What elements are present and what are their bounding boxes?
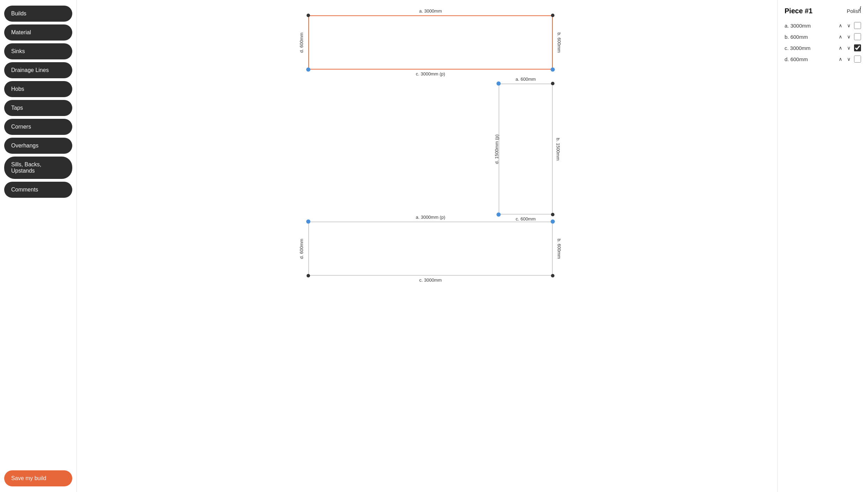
dim-label-d-bottom-piece: d. 600mm xyxy=(299,239,304,259)
corner-dot-bl xyxy=(496,212,501,217)
dimension-row-dim-c: c. 3000mm∧∨ xyxy=(785,44,861,51)
panel-header: Piece #1 Polish xyxy=(785,7,861,15)
piece-box-top-piece xyxy=(308,15,553,70)
info-icon: i xyxy=(860,6,861,12)
sidebar-item-material[interactable]: Material xyxy=(4,24,72,41)
sidebar-item-sinks[interactable]: Sinks xyxy=(4,43,72,59)
corner-dot-tl xyxy=(307,14,310,17)
polish-checkbox-dim-a[interactable] xyxy=(854,22,861,29)
dim-name-dim-c: c. 3000mm xyxy=(785,45,835,51)
sidebar-item-builds[interactable]: Builds xyxy=(4,6,72,22)
dim-name-dim-b: b. 600mm xyxy=(785,34,835,40)
save-my-build-button[interactable]: Save my build xyxy=(4,470,72,486)
dim-label-d-top-piece: d. 600mm xyxy=(299,32,304,53)
dim-label-d-middle-piece: d. 1500mm (p) xyxy=(494,134,499,164)
dimensions-list: a. 3000mm∧∨b. 600mm∧∨c. 3000mm∧∨d. 600mm… xyxy=(785,22,861,63)
corner-dot-br xyxy=(551,67,555,72)
sidebar-item-hobs[interactable]: Hobs xyxy=(4,81,72,97)
dim-label-a-middle-piece: a. 600mm xyxy=(516,77,536,82)
dim-down-dim-b[interactable]: ∨ xyxy=(846,33,852,40)
sidebar-item-sills-backs-upstands[interactable]: Sills, Backs, Upstands xyxy=(4,157,72,179)
piece-diagram-bottom-piece: a. 3000mm (p)c. 3000mmb. 600mmd. 600mm xyxy=(308,222,553,276)
dim-up-dim-c[interactable]: ∧ xyxy=(837,44,844,51)
corner-dot-bl xyxy=(306,67,310,72)
dim-label-b-bottom-piece: b. 600mm xyxy=(557,239,562,259)
dim-label-b-top-piece: b. 600mm xyxy=(557,32,562,53)
sidebar: BuildsMaterialSinksDrainage LinesHobsTap… xyxy=(0,0,77,492)
corner-dot-br xyxy=(551,213,554,216)
dim-label-c-middle-piece: c. 600mm xyxy=(516,216,536,222)
dim-up-dim-b[interactable]: ∧ xyxy=(837,33,844,40)
dim-up-dim-a[interactable]: ∧ xyxy=(837,22,844,29)
corner-dot-tr xyxy=(551,14,554,17)
piece-diagram-top-piece: a. 3000mmc. 3000mm (p)b. 600mmd. 600mm xyxy=(308,15,553,70)
dim-label-b-middle-piece: b. 1500mm xyxy=(556,138,561,160)
dim-down-dim-c[interactable]: ∨ xyxy=(846,44,852,51)
polish-label: Polish xyxy=(847,8,861,14)
dimension-row-dim-d: d. 600mm∧∨ xyxy=(785,56,861,63)
polish-checkbox-dim-d[interactable] xyxy=(854,56,861,63)
piece-diagram-middle-piece: a. 600mmc. 600mmb. 1500mmd. 1500mm (p) xyxy=(499,84,553,215)
corner-dot-tr xyxy=(551,219,555,224)
corner-dot-bl xyxy=(307,274,310,277)
corner-dot-tl xyxy=(496,81,501,86)
canvas-area: a. 3000mmc. 3000mm (p)b. 600mmd. 600mma.… xyxy=(77,0,777,492)
sidebar-item-drainage-lines[interactable]: Drainage Lines xyxy=(4,62,72,78)
dim-up-dim-d[interactable]: ∧ xyxy=(837,56,844,63)
polish-checkbox-dim-c[interactable] xyxy=(854,44,861,51)
dim-label-a-top-piece: a. 3000mm xyxy=(419,8,442,14)
polish-checkbox-dim-b[interactable] xyxy=(854,33,861,40)
sidebar-item-overhangs[interactable]: Overhangs xyxy=(4,138,72,154)
corner-dot-br xyxy=(551,274,554,277)
dim-label-a-bottom-piece: a. 3000mm (p) xyxy=(416,215,446,220)
piece-box-bottom-piece xyxy=(308,222,553,276)
dimension-row-dim-b: b. 600mm∧∨ xyxy=(785,33,861,40)
dim-name-dim-d: d. 600mm xyxy=(785,56,835,62)
dimension-row-dim-a: a. 3000mm∧∨ xyxy=(785,22,861,29)
dim-name-dim-a: a. 3000mm xyxy=(785,23,835,29)
panel-title: Piece #1 xyxy=(785,7,812,15)
corner-dot-tr xyxy=(551,82,554,85)
dim-label-c-top-piece: c. 3000mm (p) xyxy=(416,71,445,77)
dim-down-dim-d[interactable]: ∨ xyxy=(846,56,852,63)
piece-box-middle-piece xyxy=(499,84,553,215)
sidebar-item-taps[interactable]: Taps xyxy=(4,100,72,116)
dim-label-c-bottom-piece: c. 3000mm xyxy=(419,277,442,283)
dim-down-dim-a[interactable]: ∨ xyxy=(846,22,852,29)
corner-dot-tl xyxy=(306,219,310,224)
sidebar-item-corners[interactable]: Corners xyxy=(4,119,72,135)
right-panel: i Piece #1 Polish a. 3000mm∧∨b. 600mm∧∨c… xyxy=(777,0,868,492)
sidebar-item-comments[interactable]: Comments xyxy=(4,182,72,198)
canvas-container: a. 3000mmc. 3000mm (p)b. 600mmd. 600mma.… xyxy=(294,8,560,295)
